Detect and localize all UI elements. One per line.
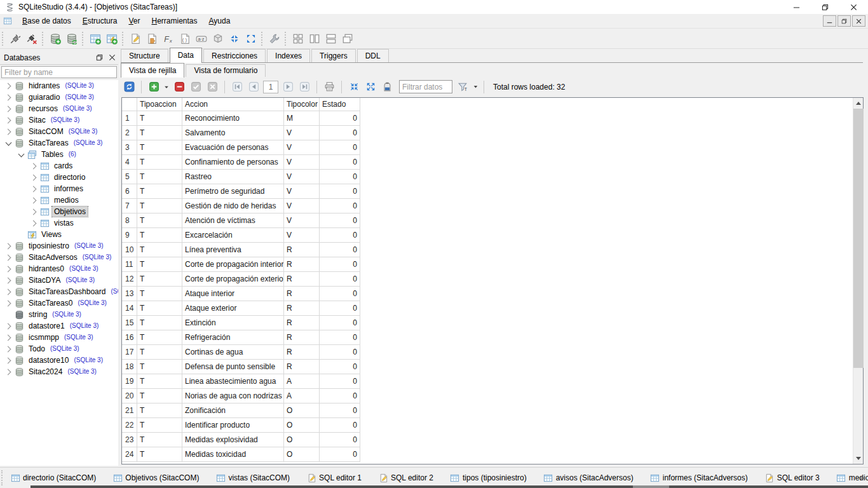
mdi-tile-button[interactable] [290, 30, 306, 47]
taskbar-button-avisos-sitacadversos-[interactable]: avisos (SitacAdversos) [539, 470, 637, 486]
refresh-database-button[interactable] [64, 30, 80, 47]
cell-accion[interactable]: Excarcelación [182, 228, 284, 243]
tree-item-sitac[interactable]: Sitac(SQLite 3) [0, 114, 118, 126]
cell-row-number[interactable]: 4 [122, 155, 137, 170]
cell-accion[interactable]: Refrigeración [182, 330, 284, 345]
cell-tipoaccion[interactable]: T [137, 330, 182, 345]
cell-row-number[interactable]: 22 [122, 418, 137, 433]
cell-row-number[interactable]: 23 [122, 433, 137, 447]
cell-estado[interactable]: 0 [320, 403, 360, 418]
tree-item-sitacadversos[interactable]: SitacAdversos(SQLite 3) [0, 252, 118, 263]
taskbar-button-sql-editor-3[interactable]: SQL editor 3 [761, 470, 824, 486]
cell-accion[interactable]: Salvamento [182, 126, 284, 140]
expand-chevron-icon[interactable] [3, 336, 14, 340]
cell-row-number[interactable]: 8 [122, 214, 137, 228]
tree-item-sitactareasdashboard[interactable]: SitacTareasDashboard(SQLite 3) [0, 286, 118, 297]
mdi-cascade-button[interactable] [339, 30, 356, 47]
column-header-estado[interactable]: Estado [320, 98, 360, 111]
cell-tipoaccion[interactable]: T [137, 126, 182, 140]
tree-item-datastore10[interactable]: datastore10(SQLite 3) [0, 355, 118, 366]
cell-estado[interactable]: 0 [320, 126, 360, 140]
scroll-down-arrow[interactable] [853, 453, 864, 464]
cell-tipocolor[interactable]: M [284, 111, 320, 126]
cell-estado[interactable]: 0 [320, 389, 360, 403]
cell-accion[interactable]: Rastreo [182, 170, 284, 184]
rollback-button[interactable] [205, 79, 220, 95]
expand-chevron-icon[interactable] [3, 301, 14, 306]
tree-item-medios[interactable]: medios [0, 194, 118, 206]
cell-tipoaccion[interactable]: T [137, 316, 182, 330]
undock-panel-button[interactable] [93, 52, 105, 64]
restore-button[interactable] [811, 0, 839, 14]
cell-estado[interactable]: 0 [320, 155, 360, 170]
close-panel-button[interactable] [105, 52, 118, 64]
tree-item-guiaradio[interactable]: guiaradio(SQLite 3) [0, 92, 118, 103]
cell-tipoaccion[interactable]: T [137, 272, 182, 287]
tree-item-objetivos[interactable]: Objetivos [0, 206, 118, 217]
cell-estado[interactable]: 0 [320, 374, 360, 389]
cell-tipocolor[interactable]: R [284, 360, 320, 374]
cell-estado[interactable]: 0 [320, 243, 360, 257]
filter-type-button[interactable]: T [455, 79, 470, 95]
cell-tipoaccion[interactable]: T [137, 184, 182, 199]
menu-herramientas[interactable]: Herramientas [146, 14, 203, 29]
cell-accion[interactable]: Evacuación de personas [182, 140, 284, 155]
configuration-button[interactable] [266, 30, 283, 47]
cell-tipocolor[interactable]: V [284, 126, 320, 140]
cell-estado[interactable]: 0 [320, 140, 360, 155]
script-editor-button[interactable]: ( ) [177, 30, 193, 47]
cell-tipoaccion[interactable]: T [137, 257, 182, 272]
cell-tipoaccion[interactable]: T [137, 170, 182, 184]
tree-item-sitaccom[interactable]: SitacCOM(SQLite 3) [0, 126, 118, 137]
cell-accion[interactable]: Zonificación [182, 403, 284, 418]
mdi-minimize-button[interactable] [823, 15, 836, 27]
cell-accion[interactable]: Linea abastecimiento agua [182, 374, 284, 389]
column-header-tipocolor[interactable]: Tipocolor [284, 98, 320, 111]
cell-accion[interactable]: Cortinas de agua [182, 345, 284, 360]
cell-tipocolor[interactable]: A [284, 374, 320, 389]
extensions-button[interactable] [210, 30, 226, 47]
menu-estructura[interactable]: Estructura [77, 14, 123, 29]
cell-tipoaccion[interactable]: T [137, 345, 182, 360]
cell-row-number[interactable]: 3 [122, 140, 137, 155]
expand-chevron-icon[interactable] [3, 255, 14, 260]
cell-tipoaccion[interactable]: T [137, 155, 182, 170]
disconnect-button[interactable] [24, 30, 40, 47]
cell-tipocolor[interactable]: R [284, 330, 320, 345]
open-sql-editor-button[interactable] [127, 30, 144, 47]
cell-estado[interactable]: 0 [320, 184, 360, 199]
mdi-split-vertical-button[interactable] [306, 30, 323, 47]
mdi-close-button[interactable] [852, 15, 865, 27]
refresh-data-button[interactable] [121, 79, 137, 95]
expand-chevron-icon[interactable] [28, 221, 39, 226]
cell-tipoaccion[interactable]: T [137, 214, 182, 228]
cell-row-number[interactable]: 18 [122, 360, 137, 374]
cell-row-number[interactable]: 15 [122, 316, 137, 330]
mdi-restore-button[interactable] [837, 15, 851, 27]
taskbar-overflow-button[interactable]: » [860, 473, 864, 482]
cell-accion[interactable]: Gestión de nido de heridas [182, 199, 284, 214]
cell-tipocolor[interactable]: O [284, 418, 320, 433]
cell-row-number[interactable]: 14 [122, 301, 137, 316]
tree-item-datastore1[interactable]: datastore1(SQLite 3) [0, 320, 118, 332]
prev-page-button[interactable] [246, 79, 261, 95]
cell-row-number[interactable]: 20 [122, 389, 137, 403]
insert-row-button[interactable] [146, 79, 161, 95]
delete-row-button[interactable] [172, 79, 187, 95]
cell-tipocolor[interactable]: O [284, 447, 320, 462]
cell-tipocolor[interactable]: A [284, 389, 320, 403]
tab-restricciones[interactable]: Restricciones [203, 49, 266, 62]
cell-row-number[interactable]: 2 [122, 126, 137, 140]
close-button[interactable] [839, 0, 868, 14]
new-table-button[interactable] [87, 30, 104, 47]
data-filter-input[interactable] [399, 80, 452, 93]
expand-chevron-icon[interactable] [28, 198, 39, 203]
expand-chevron-icon[interactable] [3, 267, 14, 271]
column-header-accion[interactable]: Accion [182, 98, 284, 111]
tree-item-sitactareas0[interactable]: SitacTareas0(SQLite 3) [0, 297, 118, 309]
cell-tipocolor[interactable]: R [284, 345, 320, 360]
database-filter-input[interactable] [1, 66, 117, 78]
cell-tipocolor[interactable]: V [284, 228, 320, 243]
expand-chevron-icon[interactable] [3, 290, 14, 294]
print-button[interactable] [322, 79, 337, 95]
